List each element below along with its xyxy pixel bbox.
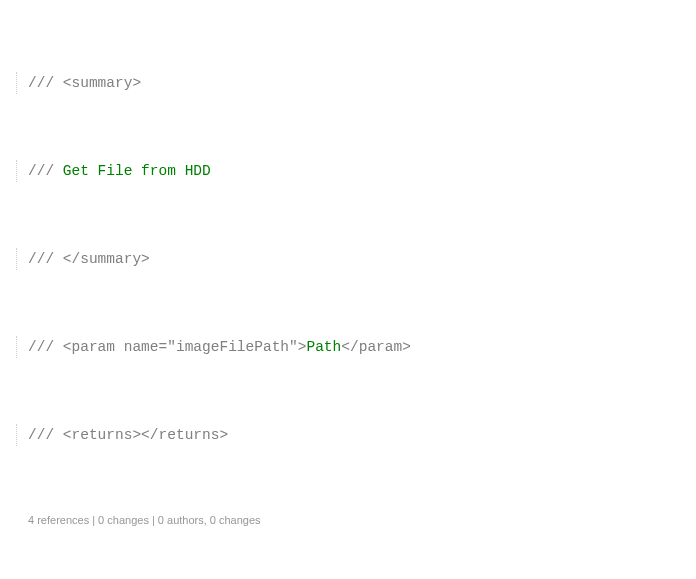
xml-doc-tag: </summary>: [54, 251, 150, 267]
xml-doc-delim: ///: [28, 339, 54, 355]
xml-doc-delim: ///: [28, 251, 54, 267]
xml-doc-delim: ///: [28, 427, 54, 443]
xml-doc-text: Get File from HDD: [54, 163, 211, 179]
xml-doc-tag: <summary>: [54, 75, 141, 91]
xml-doc-tag: <param name=: [54, 339, 167, 355]
code-line: /// <param name="imageFilePath">Path</pa…: [10, 336, 696, 358]
xml-doc-tag: <returns></returns>: [54, 427, 228, 443]
xml-doc-delim: ///: [28, 163, 54, 179]
xml-doc-delim: ///: [28, 75, 54, 91]
xml-doc-text: Path: [306, 339, 341, 355]
codelens-indicator[interactable]: 4 references | 0 changes | 0 authors, 0 …: [10, 512, 696, 528]
code-editor[interactable]: /// <summary> /// Get File from HDD /// …: [0, 0, 696, 579]
xml-doc-tag: </param>: [341, 339, 411, 355]
code-line: /// <returns></returns>: [10, 424, 696, 446]
code-line: /// Get File from HDD: [10, 160, 696, 182]
code-line: /// <summary>: [10, 72, 696, 94]
xml-doc-attr: "imageFilePath": [167, 339, 298, 355]
code-line: /// </summary>: [10, 248, 696, 270]
